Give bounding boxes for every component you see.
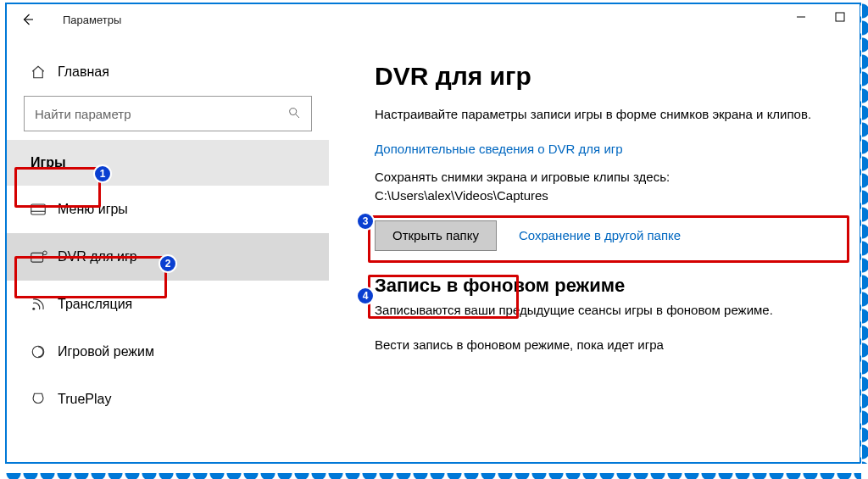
game-mode-icon: [31, 344, 58, 359]
sidebar-item-label: DVR для игр: [58, 249, 137, 265]
minimize-icon: [796, 12, 806, 22]
save-elsewhere-link[interactable]: Сохранение в другой папке: [519, 228, 681, 242]
bg-record-desc: Записываются ваши предыдущие сеансы игры…: [375, 302, 834, 319]
bg-toggle-label: Вести запись в фоновом режиме, пока идет…: [375, 337, 834, 352]
back-button[interactable]: [14, 5, 42, 34]
maximize-icon: [835, 12, 845, 22]
sidebar-home[interactable]: Главная: [7, 48, 329, 96]
arrow-left-icon: [20, 12, 36, 27]
svg-rect-6: [31, 253, 43, 262]
minimize-button[interactable]: [782, 4, 821, 30]
window-title: Параметры: [63, 14, 121, 26]
home-icon: [31, 64, 58, 80]
sidebar-item-label: Игровой режим: [58, 344, 154, 359]
folder-button-row: Открыть папку Сохранение в другой папке: [375, 220, 834, 251]
sidebar: Главная Найти параметр Игры Меню игры: [7, 35, 329, 462]
svg-point-7: [43, 251, 47, 255]
svg-rect-1: [836, 13, 844, 21]
sidebar-category-games[interactable]: Игры: [7, 140, 329, 186]
sidebar-item-label: Трансляция: [58, 297, 132, 312]
svg-line-3: [296, 114, 299, 118]
sidebar-item-broadcasting[interactable]: Трансляция: [7, 281, 329, 328]
svg-point-9: [32, 346, 44, 358]
sidebar-item-trueplay[interactable]: TruePlay: [7, 376, 329, 423]
page-description: Настраивайте параметры записи игры в фор…: [375, 106, 834, 123]
more-info-link[interactable]: Дополнительные сведения о DVR для игр: [375, 142, 623, 156]
window-body: Главная Найти параметр Игры Меню игры: [7, 35, 860, 462]
sidebar-item-game-bar[interactable]: Меню игры: [7, 186, 329, 233]
search-input[interactable]: Найти параметр: [24, 96, 312, 131]
caption-buttons: [782, 4, 860, 30]
search-icon: [287, 106, 301, 122]
sidebar-home-label: Главная: [58, 64, 109, 80]
svg-rect-4: [31, 204, 46, 214]
content-pane: DVR для игр Настраивайте параметры запис…: [329, 35, 860, 462]
sidebar-item-label: Меню игры: [58, 202, 128, 217]
broadcast-icon: [31, 297, 58, 312]
save-path-text: Сохранять снимки экрана и игровые клипы …: [375, 168, 834, 205]
sidebar-item-label: TruePlay: [58, 392, 111, 407]
sidebar-category-label: Игры: [31, 155, 66, 170]
page-title: DVR для игр: [375, 62, 834, 91]
svg-point-2: [290, 108, 297, 114]
settings-window: Параметры Главная Найти параметр: [5, 3, 861, 464]
dvr-icon: [31, 250, 58, 264]
search-placeholder: Найти параметр: [35, 107, 131, 121]
svg-point-8: [32, 308, 35, 310]
maximize-button[interactable]: [821, 4, 860, 30]
trueplay-icon: [31, 392, 58, 407]
search-wrap: Найти параметр: [7, 96, 329, 140]
bg-record-title: Запись в фоновом режиме: [375, 275, 834, 297]
sidebar-item-game-mode[interactable]: Игровой режим: [7, 328, 329, 376]
torn-edge-bottom: [5, 466, 861, 479]
game-bar-icon: [31, 203, 58, 215]
titlebar: Параметры: [7, 4, 860, 35]
open-folder-button[interactable]: Открыть папку: [375, 220, 497, 251]
sidebar-item-game-dvr[interactable]: DVR для игр: [7, 233, 329, 281]
